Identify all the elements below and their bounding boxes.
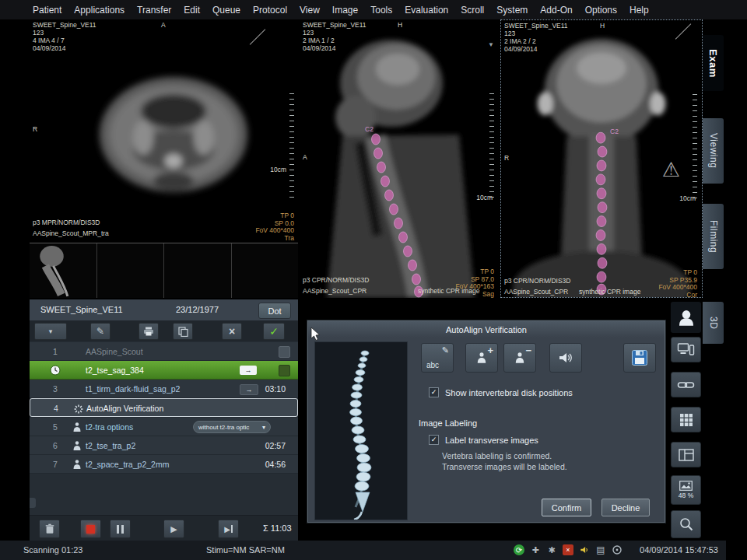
tab-3d[interactable]: 3D — [703, 302, 724, 344]
menu-tools[interactable]: Tools — [370, 5, 392, 16]
vp-mid-tech: TP 0 SP 87.0 FoV 400*163 Sag — [455, 268, 494, 298]
dot-engine-button[interactable]: Dot — [258, 303, 291, 319]
menu-scroll[interactable]: Scroll — [461, 5, 484, 16]
layout-grid-button[interactable] — [671, 407, 701, 432]
viewport-axial[interactable]: SWEET_Spine_VE11 123 4 IMA 4 / 7 04/09/2… — [30, 19, 298, 242]
delete-step-button[interactable] — [39, 520, 60, 538]
tab-viewing[interactable]: Viewing — [703, 118, 724, 184]
tab-filming[interactable]: Filming — [703, 204, 724, 269]
protocol-dropdown[interactable]: ▾ — [34, 323, 67, 340]
menu-transfer[interactable]: Transfer — [137, 5, 171, 16]
protocol-step-7[interactable]: 7 t2_space_tra_p2_2mm 04:56 — [30, 455, 298, 474]
trash-icon — [44, 523, 55, 534]
patient-head-button[interactable] — [671, 302, 701, 333]
person-icon — [73, 422, 81, 436]
menu-applications[interactable]: Applications — [74, 5, 124, 16]
menu-patient[interactable]: Patient — [33, 5, 61, 16]
viewport-sagittal[interactable]: C2 SWEET_Spine_VE11 123 2 IMA 1 / 2 04/0… — [300, 19, 499, 298]
protocol-step-1[interactable]: 1 AASpine_Scout — [30, 342, 298, 361]
thumbnail-3[interactable] — [164, 243, 232, 298]
menu-options[interactable]: Options — [585, 5, 617, 16]
remove-vertebra-button[interactable]: − — [503, 343, 536, 373]
add-vertebra-button[interactable]: + — [465, 343, 498, 373]
announce-labels-button[interactable] — [549, 343, 582, 373]
split-layout-button[interactable] — [671, 442, 701, 467]
series-icon[interactable] — [279, 365, 290, 376]
skip-step-button[interactable]: ▶ — [218, 520, 239, 538]
decline-button[interactable]: Decline — [601, 499, 650, 516]
menu-image[interactable]: Image — [332, 5, 358, 16]
chevron-down-icon: ▾ — [262, 424, 265, 431]
printer-icon — [143, 327, 154, 336]
vp-right-id3: 2 IMA 2 / 2 — [504, 37, 568, 45]
thumbnail-spine-image — [30, 243, 96, 298]
viewport-coronal[interactable]: C2 SWEET_Spine_VE11 123 2 IMA 2 / 2 04/0… — [500, 19, 703, 298]
thumbnail-2[interactable] — [97, 243, 165, 298]
abc-label: abc — [426, 361, 439, 369]
tab-viewing-label: Viewing — [708, 133, 719, 168]
save-button[interactable] — [623, 343, 656, 373]
copy-button[interactable] — [173, 323, 193, 340]
menu-evaluation[interactable]: Evaluation — [405, 5, 448, 16]
thumbnail-1[interactable] — [30, 243, 97, 298]
menu-queue[interactable]: Queue — [212, 5, 240, 16]
edit-labels-button[interactable]: ✎ abc — [421, 343, 454, 373]
menu-system[interactable]: System — [496, 5, 528, 16]
inline-apply-badge[interactable]: → — [240, 384, 258, 395]
tab-exam[interactable]: Exam — [703, 35, 724, 91]
play-icon: ▶ — [170, 524, 177, 534]
protocol-step-6[interactable]: 6 t2_tse_tra_p2 02:57 — [30, 436, 298, 455]
vp-right-series-id: SWEET_Spine_VE11 123 2 IMA 2 / 2 04/09/2… — [504, 22, 568, 53]
vp-left-id1: SWEET_Spine_VE11 — [33, 21, 96, 29]
checkbox-checked[interactable]: ✓ — [429, 435, 439, 445]
inline-apply-badge[interactable]: → — [240, 366, 257, 375]
start-scan-button[interactable]: ▶ — [163, 520, 184, 538]
magnify-button[interactable] — [671, 510, 701, 538]
protocol-step-5[interactable]: 5 t2-tra options without t2-tra optic ▾ — [30, 418, 298, 436]
edit-protocol-button[interactable]: ✎ — [90, 323, 110, 340]
status-icon-tray: ⟳ ✚ ✱ × ▤ — [514, 544, 622, 555]
pencil-icon: ✎ — [442, 345, 449, 355]
cancel-step-button[interactable]: × — [222, 323, 242, 340]
protocol-step-3[interactable]: 3 t1_tirm_dark-fluid_sag_p2 → 03:10 — [30, 380, 298, 398]
menu-view[interactable]: View — [300, 5, 320, 16]
step-label: t2-tra options — [86, 422, 133, 432]
syngo-mri-console: Patient Applications Transfer Edit Queue… — [0, 0, 747, 560]
link-series-button[interactable] — [671, 372, 701, 397]
save-disk-icon — [631, 349, 648, 366]
vp-mid-id4: 04/09/2014 — [303, 44, 366, 52]
series-icon[interactable] — [279, 346, 290, 358]
workstation-icon — [677, 343, 695, 357]
print-button[interactable] — [139, 323, 159, 340]
show-disks-checkbox-row[interactable]: ✓ Show intervertebral disk positions — [429, 387, 573, 397]
menu-help[interactable]: Help — [630, 5, 649, 16]
menu-protocol[interactable]: Protocol — [253, 5, 287, 16]
vp-right-footer: p3 CPR/NORM/DIS3D AASpine_Scout_CPR — [504, 277, 571, 296]
stop-scan-button[interactable] — [80, 520, 101, 538]
image-icon — [679, 481, 693, 491]
spine-model-panel[interactable] — [314, 341, 408, 520]
status-bar: Scanning 01:23 Stimu=NM SAR=NM ⟳ ✚ ✱ × ▤… — [0, 541, 726, 560]
checkbox-checked[interactable]: ✓ — [429, 387, 439, 397]
step-label: AASpine_Scout — [86, 347, 143, 356]
vp-right-plane: Cor — [658, 292, 697, 299]
orientation-marker-side: R — [504, 154, 509, 162]
t2-tra-options-dropdown[interactable]: without t2-tra optic ▾ — [193, 421, 271, 433]
show-disks-label: Show intervertebral disk positions — [445, 388, 573, 397]
pause-scan-button[interactable] — [110, 520, 131, 538]
label-transverse-checkbox-row[interactable]: ✓ Label transverse images — [429, 435, 538, 445]
protocol-step-4-selected[interactable]: 4 AutoAlign Verification — [30, 398, 298, 417]
zoom-level-button[interactable]: 48 % — [671, 475, 701, 505]
menu-addon[interactable]: Add-On — [540, 5, 572, 16]
protocol-step-2-active[interactable]: t2_tse_sag_384 → — [30, 361, 298, 380]
confirm-button[interactable]: Confirm — [542, 499, 591, 516]
datetime-text: 04/09/2014 15:47:53 — [640, 545, 718, 555]
error-indicator-icon: × — [563, 544, 573, 555]
tab-3d-label: 3D — [708, 317, 719, 329]
menu-edit[interactable]: Edit — [184, 5, 200, 16]
scroll-down-icon[interactable]: ▼ — [488, 41, 494, 49]
thumbnail-4[interactable] — [232, 243, 299, 298]
host-workstation-button[interactable] — [671, 337, 701, 362]
zoom-level-value: 48 % — [679, 492, 693, 499]
confirm-step-button[interactable]: ✓ — [263, 323, 285, 340]
